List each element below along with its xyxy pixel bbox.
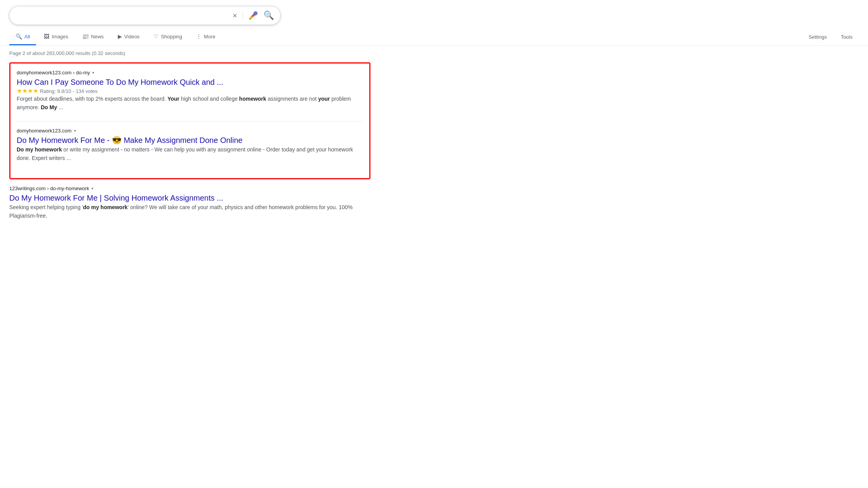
result-1-url: domyhomework123.com › do-my xyxy=(17,70,90,76)
all-icon: 🔍 xyxy=(16,33,22,40)
result-1-dropdown-arrow[interactable]: ▾ xyxy=(92,70,94,75)
result-3-url-row: 123writings.com › do-my-homework ▾ xyxy=(9,186,370,191)
result-3-url: 123writings.com › do-my-homework xyxy=(9,186,89,191)
videos-icon: ▶ xyxy=(118,33,122,40)
images-icon: 🖼 xyxy=(44,33,49,40)
nav-right: Settings Tools xyxy=(803,29,859,45)
search-button-icon[interactable]: 🔍 xyxy=(264,10,274,21)
result-1-title[interactable]: How Can I Pay Someone To Do My Homework … xyxy=(17,78,223,86)
result-1-snippet: Forget about deadlines, with top 2% expe… xyxy=(17,95,363,112)
shopping-icon: ♡ xyxy=(153,33,158,40)
result-2-title[interactable]: Do My Homework For Me - 😎 Make My Assign… xyxy=(17,136,243,144)
result-2-snippet: Do my homework or write my assignment - … xyxy=(17,145,363,163)
result-1-rating-text: Rating: 9.8/10 - 134 votes xyxy=(40,88,98,94)
tab-news-label: News xyxy=(91,34,104,40)
tab-shopping[interactable]: ♡ Shopping xyxy=(147,29,188,45)
tab-images-label: Images xyxy=(52,34,68,40)
tools-link[interactable]: Tools xyxy=(835,29,859,45)
tab-images[interactable]: 🖼 Images xyxy=(38,29,74,45)
tab-all-label: All xyxy=(24,34,30,40)
settings-link[interactable]: Settings xyxy=(803,29,833,45)
search-result-3: 123writings.com › do-my-homework ▾ Do My… xyxy=(9,186,370,220)
tab-videos-label: Videos xyxy=(124,34,140,40)
results-info: Page 2 of about 283,000,000 results (0.3… xyxy=(9,50,370,56)
tab-more-label: More xyxy=(204,34,215,40)
news-icon: 📰 xyxy=(82,33,89,40)
tab-shopping-label: Shopping xyxy=(161,34,182,40)
more-dots-icon: ⋮ xyxy=(196,33,202,40)
search-bar-container: do my homework × 🎤 🔍 xyxy=(0,0,868,25)
result-2-url: domyhomework123.com xyxy=(17,128,72,134)
search-result-1: domyhomework123.com › do-my ▾ How Can I … xyxy=(17,70,363,112)
tab-more[interactable]: ⋮ More xyxy=(190,29,222,45)
result-2-url-row: domyhomework123.com ▾ xyxy=(17,128,363,134)
vertical-divider xyxy=(243,11,243,20)
result-3-dropdown-arrow[interactable]: ▾ xyxy=(91,186,93,191)
result-3-title[interactable]: Do My Homework For Me | Solving Homework… xyxy=(9,194,223,202)
search-result-2: domyhomework123.com ▾ Do My Homework For… xyxy=(17,121,363,163)
result-1-rating-row: ★★★★ Rating: 9.8/10 - 134 votes xyxy=(17,87,363,95)
highlighted-box: domyhomework123.com › do-my ▾ How Can I … xyxy=(9,62,370,179)
result-3-snippet: Seeking expert helping typing 'do my hom… xyxy=(9,203,370,220)
nav-tabs: 🔍 All 🖼 Images 📰 News ▶ Videos ♡ Shoppin… xyxy=(0,29,868,46)
search-icons: × 🎤 🔍 xyxy=(232,10,274,21)
results-container: Page 2 of about 283,000,000 results (0.3… xyxy=(0,46,380,234)
result-1-stars: ★★★★ xyxy=(17,88,38,94)
tab-all[interactable]: 🔍 All xyxy=(9,29,36,45)
tab-news[interactable]: 📰 News xyxy=(76,29,110,45)
tab-videos[interactable]: ▶ Videos xyxy=(112,29,146,45)
search-box: do my homework × 🎤 🔍 xyxy=(9,6,281,25)
search-input[interactable]: do my homework xyxy=(16,12,232,20)
clear-icon[interactable]: × xyxy=(232,11,237,20)
result-2-dropdown-arrow[interactable]: ▾ xyxy=(74,129,76,133)
mic-icon[interactable]: 🎤 xyxy=(248,11,258,20)
result-1-url-row: domyhomework123.com › do-my ▾ xyxy=(17,70,363,76)
